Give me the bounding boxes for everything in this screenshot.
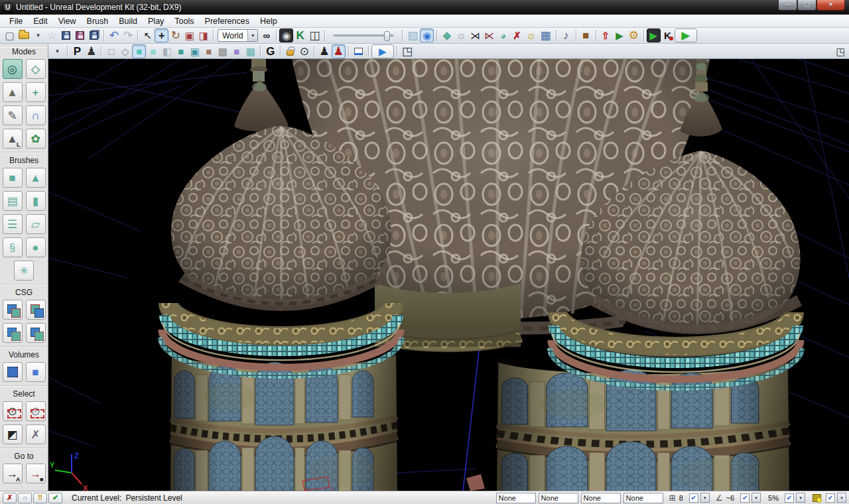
brush-sphere-button[interactable]: ●: [26, 237, 46, 257]
brush-sheet-button[interactable]: ▱: [26, 214, 46, 234]
add-volume-button[interactable]: [3, 362, 23, 382]
kismet-debug-stop-button[interactable]: K: [661, 29, 675, 42]
select-translucent-button[interactable]: ◆: [440, 29, 454, 42]
remove-missing-mesh-button[interactable]: ✗: [510, 29, 524, 42]
clear-backdrop-button[interactable]: ✗: [3, 493, 17, 503]
restore-layout-button[interactable]: ◳: [834, 44, 848, 58]
link-sockets-a-button[interactable]: ⋊: [468, 29, 482, 42]
viewport-options-button[interactable]: ▾: [50, 44, 64, 58]
foliage-mode-button[interactable]: ✿: [26, 129, 46, 149]
terrain-mode-button[interactable]: ▲: [3, 82, 23, 102]
rotation-grid-checkbox[interactable]: ✔: [740, 493, 750, 503]
redo-button[interactable]: ↷: [121, 29, 135, 42]
coordinate-system-dropdown[interactable]: World ▾: [218, 29, 258, 42]
drag-grid-checkbox[interactable]: ✔: [689, 493, 698, 503]
realtime-on-button[interactable]: ♟: [332, 44, 346, 58]
goto-builder-brush-button[interactable]: →■: [26, 464, 46, 483]
scale-snap-dropdown[interactable]: ▾: [796, 493, 805, 503]
new-level-button[interactable]: ▢: [3, 29, 17, 42]
brush-linear-staircase-button[interactable]: ☰: [3, 214, 23, 234]
viewport-3d-scene[interactable]: Y Z X: [48, 59, 849, 491]
far-clip-plane-slider[interactable]: [333, 34, 394, 36]
lock-viewport-button[interactable]: [283, 44, 297, 58]
socket-snapping-toggle-button[interactable]: ◉: [420, 29, 434, 42]
viewmode-shader-complexity-button[interactable]: ▩: [216, 44, 229, 58]
close-button[interactable]: ✕: [816, 0, 845, 11]
actor-info-field[interactable]: [623, 493, 663, 503]
toggle-lighting-button[interactable]: ☼: [18, 493, 32, 503]
viewmode-brush-wireframe-button[interactable]: ◇: [118, 44, 132, 58]
viewmode-texture-density-button[interactable]: ■: [202, 44, 216, 58]
menu-item[interactable]: Play: [143, 15, 169, 27]
static-mesh-mode-button[interactable]: ∩: [26, 105, 46, 125]
menu-item[interactable]: Preferences: [200, 15, 255, 27]
play-level-sounds-button[interactable]: ♪: [559, 29, 573, 42]
scale-tool-button[interactable]: ▣: [182, 29, 196, 42]
actor-info-field[interactable]: [539, 493, 578, 503]
open-recent-dropdown-button[interactable]: ▾: [31, 29, 45, 42]
viewmode-light-complexity-button[interactable]: ▣: [188, 44, 202, 58]
scale-nonuniform-tool-button[interactable]: ◨: [196, 29, 210, 42]
menu-item[interactable]: File: [4, 15, 28, 27]
brush-curved-staircase-button[interactable]: ▤: [3, 191, 23, 211]
brush-volumetric-button[interactable]: ✳: [14, 261, 34, 281]
hide-unselected-button[interactable]: ✗: [26, 424, 46, 444]
play-on-pc-button[interactable]: ▶: [647, 29, 661, 42]
menu-item[interactable]: Edit: [28, 15, 53, 27]
content-browser-button[interactable]: ◉: [279, 29, 293, 42]
game-view-toggle-button[interactable]: ♟: [84, 44, 98, 58]
mobile-play-button[interactable]: ▶: [613, 29, 627, 42]
slider-thumb[interactable]: [384, 31, 390, 41]
brush-cube-button[interactable]: ■: [3, 168, 23, 188]
viewmode-lit-button[interactable]: ■: [146, 44, 160, 58]
light-meshes-button[interactable]: ☼: [524, 29, 539, 42]
matinee-button[interactable]: ◫: [307, 29, 322, 42]
add-volume-cube-button[interactable]: ■: [26, 362, 46, 382]
viewmode-unlit-button[interactable]: ■: [132, 44, 146, 58]
scale-snap-checkbox[interactable]: ✔: [785, 493, 794, 503]
game-mode-toggle-button[interactable]: G: [263, 44, 277, 58]
favorites-button[interactable]: ☆: [45, 29, 59, 42]
minimize-button[interactable]: —: [778, 0, 797, 11]
viewmode-wireframe-button[interactable]: □: [104, 44, 118, 58]
landscape-mode-button[interactable]: ▲L: [3, 129, 23, 149]
invert-selection-button[interactable]: ◩: [3, 424, 23, 444]
perspective-type-button[interactable]: P: [70, 44, 84, 58]
viewmode-reflections-button[interactable]: ▦: [243, 44, 257, 58]
translate-tool-button[interactable]: +: [155, 29, 168, 42]
viewmode-detail-lighting-button[interactable]: ◧: [160, 44, 174, 58]
texture-alignment-mode-button[interactable]: ✎: [3, 105, 23, 125]
viewmode-lighting-only-button[interactable]: ■: [174, 44, 188, 58]
rotate-tool-button[interactable]: ↻: [168, 29, 182, 42]
open-level-button[interactable]: [17, 29, 31, 42]
link-sockets-b-button[interactable]: ⋉: [482, 29, 496, 42]
resize-frame-button[interactable]: [352, 44, 365, 58]
play-in-viewport-button[interactable]: ▶: [371, 44, 394, 58]
show-selected-only-button[interactable]: ⊙: [3, 401, 23, 421]
undo-button[interactable]: ↶: [107, 29, 121, 42]
geometry-mode-button[interactable]: ◇: [26, 59, 46, 79]
drag-grid-dropdown[interactable]: ▾: [700, 493, 710, 503]
autosave-checkbox[interactable]: ✔: [826, 493, 835, 503]
brush-polys-toggle-button[interactable]: ▧: [405, 29, 420, 42]
brush-cone-button[interactable]: ▲: [26, 168, 46, 188]
viewmode-lightmap-density-button[interactable]: ■: [229, 44, 243, 58]
actor-info-field[interactable]: [581, 493, 621, 503]
mobile-home-button[interactable]: ■: [579, 29, 593, 42]
menu-item[interactable]: Help: [255, 15, 283, 27]
csg-subtract-button[interactable]: [26, 300, 46, 320]
csg-deintersect-button[interactable]: [26, 323, 46, 343]
emitter-preview-button[interactable]: ◕: [496, 29, 510, 42]
kismet-button[interactable]: K: [293, 29, 307, 42]
csg-add-button[interactable]: [3, 300, 23, 320]
menu-item[interactable]: Tools: [169, 15, 199, 27]
rotation-grid-dropdown[interactable]: ▾: [751, 493, 761, 503]
brush-spiral-staircase-button[interactable]: §: [3, 237, 23, 257]
save-button[interactable]: [59, 29, 73, 42]
transform-widget-mode-button[interactable]: +: [26, 82, 46, 102]
actor-info-field[interactable]: [496, 493, 536, 503]
save-modified-button[interactable]: [87, 29, 101, 42]
menu-item[interactable]: Brush: [82, 15, 114, 27]
camera-mode-button[interactable]: ◎: [3, 59, 23, 79]
left-tower-mesh[interactable]: [170, 351, 397, 491]
